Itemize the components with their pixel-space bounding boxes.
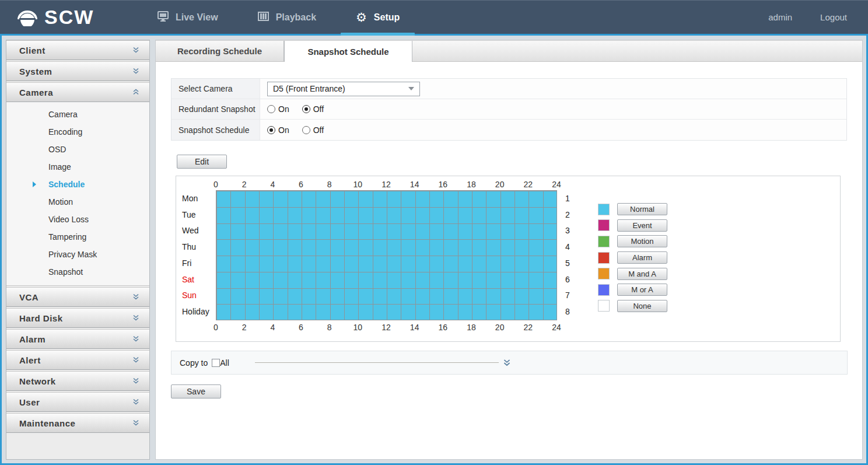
sidebar-section-camera[interactable]: Camera xyxy=(6,82,149,102)
expand-copy-targets-button[interactable] xyxy=(502,358,512,368)
main-nav: Live View Playback ⚙ Setup xyxy=(138,1,419,34)
day-labels-column: Mon Tue Wed Thu Fri Sat Sun Holiday xyxy=(176,190,216,320)
divider-line xyxy=(255,362,499,363)
gear-icon: ⚙ xyxy=(356,11,367,23)
legend-row-event: Event xyxy=(598,218,667,234)
redundant-snapshot-label: Redundant Snapshot xyxy=(172,99,260,119)
copy-to-row: Copy to All xyxy=(171,351,848,375)
hour-tick-label: 24 xyxy=(552,323,561,332)
sidebar-section-system[interactable]: System xyxy=(6,61,149,81)
hour-tick-label: 16 xyxy=(439,180,448,189)
tab-recording-schedule[interactable]: Recording Schedule xyxy=(156,41,284,61)
hour-tick-label: 12 xyxy=(382,323,391,332)
chevron-double-down-icon xyxy=(132,314,140,322)
edit-button[interactable]: Edit xyxy=(177,155,227,169)
sidebar-item-motion[interactable]: Motion xyxy=(6,193,149,211)
hour-axis-bottom: 024681012141618202224 xyxy=(216,320,556,333)
sidebar-item-video-loss[interactable]: Video Loss xyxy=(6,211,149,228)
chevron-double-down-icon xyxy=(132,293,140,301)
hour-tick-label: 22 xyxy=(524,180,533,189)
snapshot-schedule-label: Snapshot Schedule xyxy=(172,120,260,140)
legend-button-motion[interactable]: Motion xyxy=(617,235,667,247)
hour-tick-label: 12 xyxy=(382,180,391,189)
legend-button-m-and-a[interactable]: M and A xyxy=(617,268,667,280)
camera-select-value: D5 (Front Entrance) xyxy=(273,84,345,93)
hour-tick-label: 18 xyxy=(467,180,476,189)
row-number: 4 xyxy=(565,239,582,255)
legend-row-m-and-a: M and A xyxy=(598,265,667,282)
sidebar-item-camera[interactable]: Camera xyxy=(6,106,149,123)
hour-tick-label: 8 xyxy=(327,180,332,189)
sidebar-section-maintenance[interactable]: Maintenance xyxy=(6,413,149,433)
monitor-icon xyxy=(158,11,169,24)
legend-button-none[interactable]: None xyxy=(617,300,667,312)
topbar: SCW Live View P xyxy=(0,0,868,34)
hour-tick-label: 0 xyxy=(214,323,218,332)
nav-live-view[interactable]: Live View xyxy=(138,1,238,34)
sidebar-item-tampering[interactable]: Tampering xyxy=(6,228,149,246)
day-label-sun: Sun xyxy=(182,291,197,300)
hour-tick-label: 20 xyxy=(495,180,505,189)
nav-live-view-label: Live View xyxy=(176,12,218,23)
day-label-thu: Thu xyxy=(182,242,196,251)
tabbar: Recording Schedule Snapshot Schedule xyxy=(156,40,862,62)
redundant-off-radio[interactable]: Off xyxy=(302,104,324,114)
chevron-double-down-icon xyxy=(132,335,140,343)
select-camera-label: Select Camera xyxy=(172,79,260,99)
sidebar-item-schedule[interactable]: Schedule xyxy=(6,176,149,193)
sidebar-section-hard-disk[interactable]: Hard Disk xyxy=(6,308,149,328)
camera-select[interactable]: D5 (Front Entrance) xyxy=(267,82,420,96)
hour-tick-label: 18 xyxy=(467,323,476,332)
chevron-double-down-icon xyxy=(132,398,140,406)
legend-row-none: None xyxy=(598,298,667,314)
chevron-double-down-icon xyxy=(132,356,140,364)
chevron-double-down-icon xyxy=(132,377,140,385)
sidebar-item-snapshot[interactable]: Snapshot xyxy=(6,263,149,281)
sidebar-section-user[interactable]: User xyxy=(6,392,149,412)
hour-tick-label: 24 xyxy=(552,180,561,189)
day-label-fri: Fri xyxy=(182,258,191,268)
legend-button-normal[interactable]: Normal xyxy=(617,203,667,215)
sidebar-item-encoding[interactable]: Encoding xyxy=(6,123,149,141)
legend-color-none xyxy=(598,300,610,312)
day-label-tue: Tue xyxy=(182,210,196,219)
legend-color-motion xyxy=(598,236,610,247)
hour-tick-label: 22 xyxy=(524,323,533,332)
save-button[interactable]: Save xyxy=(171,384,221,398)
legend-row-m-or-a: M or A xyxy=(598,282,667,298)
sidebar-section-network[interactable]: Network xyxy=(6,371,149,391)
schedule-off-radio[interactable]: Off xyxy=(302,125,324,135)
sidebar-section-alert[interactable]: Alert xyxy=(6,350,149,370)
legend-button-m-or-a[interactable]: M or A xyxy=(617,284,667,296)
sidebar-section-alarm[interactable]: Alarm xyxy=(6,329,149,349)
hour-tick-label: 8 xyxy=(327,323,332,332)
logout-link[interactable]: Logout xyxy=(820,12,847,22)
hour-tick-label: 20 xyxy=(495,323,505,332)
brand-logo: SCW xyxy=(15,6,138,29)
hour-tick-label: 4 xyxy=(270,180,275,189)
schedule-grid[interactable] xyxy=(216,190,557,320)
chevron-double-down-icon xyxy=(132,46,140,54)
tab-snapshot-schedule[interactable]: Snapshot Schedule xyxy=(284,41,412,62)
nav-playback[interactable]: Playback xyxy=(238,1,336,34)
copy-all-checkbox[interactable] xyxy=(212,359,220,367)
chevron-double-down-icon xyxy=(132,67,140,75)
sidebar-item-privacy-mask[interactable]: Privacy Mask xyxy=(6,246,149,263)
legend-button-event[interactable]: Event xyxy=(617,219,667,232)
hour-tick-label: 2 xyxy=(242,323,247,332)
radio-icon xyxy=(267,105,275,113)
row-number: 6 xyxy=(565,271,582,288)
nav-setup[interactable]: ⚙ Setup xyxy=(336,1,419,34)
hour-tick-label: 6 xyxy=(299,323,303,332)
hour-tick-label: 0 xyxy=(214,180,218,189)
sidebar-section-client[interactable]: Client xyxy=(6,40,149,60)
hour-tick-label: 14 xyxy=(410,323,419,332)
sidebar-item-osd[interactable]: OSD xyxy=(6,141,149,158)
sidebar-item-image[interactable]: Image xyxy=(6,158,149,176)
sidebar: Client System Camera Camera Encoding OSD… xyxy=(6,40,150,460)
schedule-on-radio[interactable]: On xyxy=(267,125,289,135)
legend-button-alarm[interactable]: Alarm xyxy=(617,251,667,264)
sidebar-section-vca[interactable]: VCA xyxy=(6,287,149,307)
chevron-double-down-icon xyxy=(132,419,140,427)
redundant-on-radio[interactable]: On xyxy=(267,104,289,114)
